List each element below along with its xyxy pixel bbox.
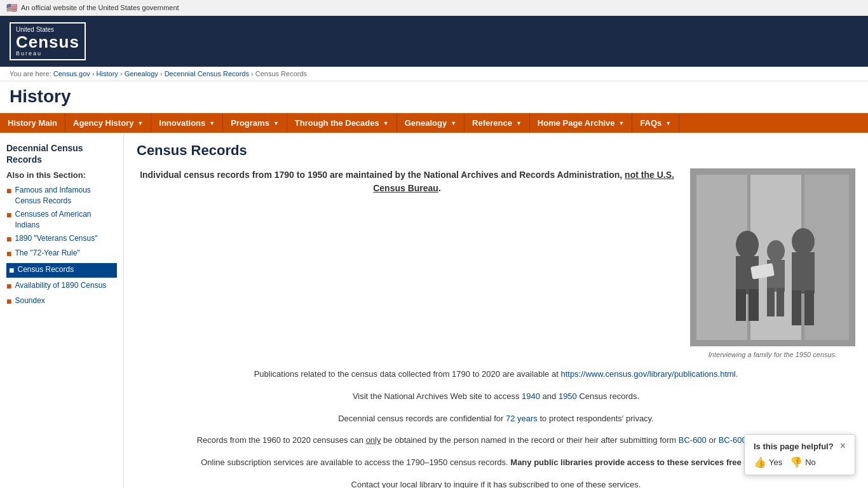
thumbs-up-icon: 👍 bbox=[754, 456, 766, 468]
breadcrumb-censusgo[interactable]: Census.gov bbox=[53, 70, 90, 78]
header: United States Census Bureau bbox=[0, 16, 868, 67]
through-decades-dropdown-icon: ▼ bbox=[383, 120, 389, 126]
photo-caption: Interviewing a family for the 1950 censu… bbox=[690, 351, 855, 358]
breadcrumb-label: You are here: bbox=[10, 70, 51, 78]
bullet-icon: ■ bbox=[6, 185, 11, 198]
sidebar-link-census-records[interactable]: Census Records bbox=[17, 264, 74, 275]
agency-history-dropdown-icon: ▼ bbox=[137, 120, 143, 126]
sidebar-item-soundex: ■ Soundex bbox=[6, 295, 117, 308]
page-title: History bbox=[10, 86, 858, 107]
bullet-icon: ■ bbox=[6, 233, 11, 246]
reference-dropdown-icon: ▼ bbox=[516, 120, 522, 126]
top-bar: 🇺🇸 An official website of the United Sta… bbox=[0, 0, 868, 16]
programs-dropdown-icon: ▼ bbox=[273, 120, 279, 126]
svg-point-14 bbox=[792, 228, 815, 255]
sidebar-link-1890-availability[interactable]: Availability of 1890 Census bbox=[15, 280, 106, 291]
nav-item-through-decades[interactable]: Through the Decades ▼ bbox=[287, 113, 397, 133]
sidebar-link-soundex[interactable]: Soundex bbox=[15, 295, 44, 306]
genealogy-dropdown-icon: ▼ bbox=[451, 120, 456, 126]
logo-census-text: Census bbox=[16, 34, 79, 50]
svg-rect-8 bbox=[736, 289, 746, 321]
faqs-dropdown-icon: ▼ bbox=[665, 120, 671, 126]
home-archive-dropdown-icon: ▼ bbox=[618, 120, 624, 126]
sidebar-section-title: Decennial Census Records bbox=[6, 142, 117, 165]
nav-item-innovations[interactable]: Innovations ▼ bbox=[151, 113, 223, 133]
only-text: only bbox=[366, 435, 381, 445]
nav-item-home-page-archive[interactable]: Home Page Archive ▼ bbox=[530, 113, 633, 133]
svg-rect-9 bbox=[749, 289, 759, 321]
sidebar-item-census-records: ■ Census Records bbox=[6, 263, 117, 278]
breadcrumb-decennial[interactable]: Decennial Census Records bbox=[165, 70, 249, 78]
yes-label: Yes bbox=[769, 458, 782, 467]
nav-item-genealogy[interactable]: Genealogy ▼ bbox=[397, 113, 465, 133]
bullet-icon: ■ bbox=[6, 280, 11, 293]
svg-point-6 bbox=[736, 231, 759, 259]
helpful-no-button[interactable]: 👎 No bbox=[790, 456, 816, 468]
svg-point-10 bbox=[767, 240, 785, 262]
link-1940-records[interactable]: 1940 bbox=[522, 391, 540, 401]
sidebar: Decennial Census Records Also in this Se… bbox=[0, 133, 124, 488]
sidebar-item-72-year: ■ The "72-Year Rule" bbox=[6, 248, 117, 261]
sidebar-link-1890-veterans[interactable]: 1890 "Veterans Census" bbox=[15, 233, 97, 244]
paragraph-contact-library: Contact your local library to inquire if… bbox=[137, 478, 855, 488]
bullet-icon: ■ bbox=[9, 264, 14, 277]
sidebar-link-72-year[interactable]: The "72-Year Rule" bbox=[15, 248, 79, 259]
helpful-header: Is this page helpful? × bbox=[754, 441, 846, 451]
bullet-icon: ■ bbox=[6, 209, 11, 222]
link-1950-records[interactable]: 1950 bbox=[559, 391, 577, 401]
helpful-close-button[interactable]: × bbox=[840, 441, 846, 451]
nav-item-reference[interactable]: Reference ▼ bbox=[465, 113, 530, 133]
svg-rect-12 bbox=[767, 288, 775, 316]
link-publications[interactable]: https://www.census.gov/library/publicati… bbox=[560, 369, 735, 379]
page-title-bar: History bbox=[0, 81, 868, 113]
helpful-widget: Is this page helpful? × 👍 Yes 👎 No bbox=[744, 434, 855, 475]
breadcrumb-history[interactable]: History bbox=[97, 70, 118, 78]
sidebar-item-1890-veterans: ■ 1890 "Veterans Census" bbox=[6, 233, 117, 246]
logo-bureau-text: Bureau bbox=[16, 50, 42, 57]
sidebar-menu: ■ Famous and Infamous Census Records ■ C… bbox=[6, 185, 117, 308]
sidebar-item-censuses-indians: ■ Censuses of American Indians bbox=[6, 209, 117, 231]
sidebar-also-in: Also in this Section: bbox=[6, 170, 117, 180]
helpful-yes-button[interactable]: 👍 Yes bbox=[754, 456, 782, 468]
sidebar-item-1890-availability: ■ Availability of 1890 Census bbox=[6, 280, 117, 293]
census-logo[interactable]: United States Census Bureau bbox=[10, 22, 86, 60]
content-heading: Census Records bbox=[137, 142, 855, 159]
breadcrumb: You are here: Census.gov › History › Gen… bbox=[0, 67, 868, 81]
breadcrumb-genealogy[interactable]: Genealogy bbox=[125, 70, 158, 78]
breadcrumb-current: Census Records bbox=[255, 70, 307, 78]
paragraph-72-years: Decennial census records are confidentia… bbox=[137, 412, 855, 426]
nav-item-faqs[interactable]: FAQs ▼ bbox=[632, 113, 679, 133]
us-flag-icon: 🇺🇸 bbox=[6, 3, 17, 13]
nav-bar: History Main Agency History ▼ Innovation… bbox=[0, 113, 868, 133]
official-site-text: An official website of the United States… bbox=[21, 4, 179, 11]
svg-rect-15 bbox=[792, 252, 815, 294]
sidebar-item-famous: ■ Famous and Infamous Census Records bbox=[6, 185, 117, 207]
census-image-block: Interviewing a family for the 1950 censu… bbox=[690, 168, 855, 358]
paragraph-publications: Publications related to the census data … bbox=[137, 368, 855, 381]
thumbs-down-icon: 👎 bbox=[790, 456, 803, 468]
svg-rect-17 bbox=[804, 290, 814, 325]
bullet-icon: ■ bbox=[6, 295, 11, 308]
svg-rect-16 bbox=[792, 290, 801, 325]
main-content: Decennial Census Records Also in this Se… bbox=[0, 133, 868, 488]
nav-item-programs[interactable]: Programs ▼ bbox=[223, 113, 287, 133]
census-photo bbox=[690, 168, 855, 346]
helpful-buttons: 👍 Yes 👎 No bbox=[754, 456, 846, 468]
nav-item-history-main[interactable]: History Main bbox=[0, 113, 65, 133]
paragraph-archives: Visit the National Archives Web site to … bbox=[137, 390, 855, 403]
nav-item-agency-history[interactable]: Agency History ▼ bbox=[65, 113, 151, 133]
no-label: No bbox=[805, 458, 816, 467]
sidebar-link-censuses-indians[interactable]: Censuses of American Indians bbox=[15, 209, 117, 231]
sidebar-link-famous[interactable]: Famous and Infamous Census Records bbox=[15, 185, 117, 207]
helpful-title: Is this page helpful? bbox=[754, 442, 834, 451]
link-bc600[interactable]: BC-600 bbox=[679, 435, 707, 445]
bullet-icon: ■ bbox=[6, 248, 11, 261]
svg-rect-13 bbox=[776, 288, 784, 316]
link-72-years[interactable]: 72 years bbox=[506, 414, 538, 423]
innovations-dropdown-icon: ▼ bbox=[209, 120, 215, 126]
